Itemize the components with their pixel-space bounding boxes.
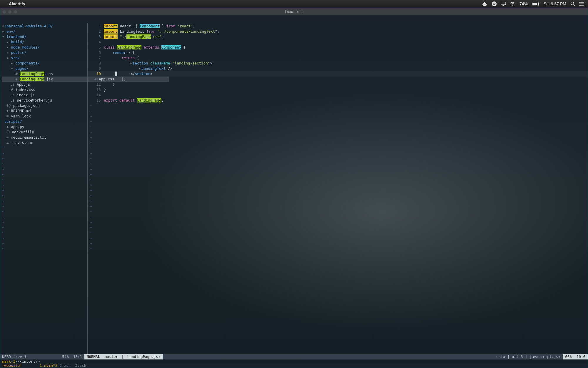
- svg-rect-0: [483, 3, 484, 4]
- tree-item[interactable]: ▸ components/: [2, 61, 86, 66]
- cmdline-search: /\<import\>: [15, 359, 40, 364]
- git-branch: master: [102, 354, 120, 359]
- tmux-statusline: [website] 1:nvim*Z 2:zsh 3:zsh- 8419/163…: [0, 364, 588, 368]
- svg-rect-2: [485, 3, 486, 4]
- cmdline-mark: mark-3: [2, 359, 15, 364]
- scroll-percent: 66%: [563, 354, 574, 359]
- menu-list-icon[interactable]: [579, 2, 584, 6]
- vim-mode: NORMAL: [84, 354, 102, 359]
- code-line[interactable]: 13}: [88, 87, 588, 92]
- tree-item[interactable]: ▸ public/: [2, 50, 86, 55]
- window-titlebar[interactable]: tmux -u a: [0, 8, 588, 15]
- svg-rect-8: [532, 3, 537, 5]
- tree-item[interactable]: ᴊs index.js: [2, 92, 86, 98]
- tree-item[interactable]: ▾ pages/: [2, 66, 86, 71]
- text-cursor: [115, 72, 117, 76]
- svg-rect-5: [501, 2, 506, 5]
- window-title: tmux -u a: [0, 10, 588, 14]
- nerdtree-percent: 54%: [62, 354, 69, 359]
- tree-item[interactable]: ✱ LandingPage.jsx: [2, 77, 86, 82]
- buffer-filename: LandingPage.jsx: [125, 354, 163, 359]
- battery-icon[interactable]: [532, 2, 539, 6]
- svg-point-6: [512, 5, 513, 6]
- tree-item[interactable]: ▸ env/: [2, 29, 86, 34]
- tree-item[interactable]: ≡ travis.enc: [2, 140, 86, 145]
- tree-item[interactable]: ≡ yarn.lock: [2, 114, 86, 119]
- tree-item[interactable]: ⎔ Dockerfile: [2, 130, 86, 135]
- spotlight-icon[interactable]: [570, 1, 575, 6]
- tree-item[interactable]: {} package.json: [2, 103, 86, 108]
- svg-point-13: [579, 5, 580, 6]
- tree-item[interactable]: ◆ app.py: [2, 124, 86, 130]
- code-line[interactable]: 2import LandingText from "../components/…: [88, 29, 588, 34]
- docker-icon[interactable]: [482, 2, 488, 6]
- code-line[interactable]: 15export default LandingPage;: [88, 98, 588, 103]
- tree-root[interactable]: </personal-website-4.0/: [2, 24, 86, 29]
- code-line[interactable]: 1import React, { Component } from 'react…: [88, 24, 588, 29]
- svg-point-11: [579, 2, 580, 3]
- code-line[interactable]: 3import "./LandingPage.css";: [88, 34, 588, 39]
- editor-statusline: NORMAL master | LandingPage.jsx unix | u…: [84, 354, 588, 359]
- tmux-window-current[interactable]: 1:nvim*Z: [40, 364, 57, 368]
- editor-pane[interactable]: 1import React, { Component } from 'react…: [88, 23, 588, 354]
- tree-item[interactable]: # index.css: [2, 87, 86, 92]
- code-line[interactable]: 5class LandingPage extends Component {: [88, 45, 588, 50]
- app-name[interactable]: Alacritty: [9, 1, 25, 6]
- terminal-window: tmux -u a </personal-website-4.0/▸ env/▾…: [0, 8, 588, 368]
- code-line[interactable]: 4: [88, 39, 588, 45]
- code-line[interactable]: 14: [88, 92, 588, 98]
- tree-item[interactable]: ▸ node_modules/: [2, 45, 86, 50]
- tree-item[interactable]: ᴊs serviceWorker.js: [2, 98, 86, 103]
- tree-item[interactable]: ≡ requirements.txt: [2, 135, 86, 140]
- vim-cmdline[interactable]: mark-3/\<import\>: [0, 359, 588, 364]
- macos-menubar: Alacritty 74% Sat 9:57 PM: [0, 0, 588, 8]
- tmux-session[interactable]: [website]: [2, 364, 22, 368]
- tree-item[interactable]: ▾ src/: [2, 55, 86, 61]
- svg-point-10: [571, 2, 574, 5]
- tree-item[interactable]: scripts/: [2, 119, 86, 124]
- wifi-icon[interactable]: [510, 2, 515, 6]
- code-line[interactable]: 8 <section className="landing-section">: [88, 61, 588, 66]
- cursor-pos: 10:6: [574, 354, 588, 359]
- code-line[interactable]: 9 <LandingText />: [88, 66, 588, 71]
- file-info: unix | utf-8 | javascript.jsx: [494, 354, 563, 359]
- tree-item[interactable]: ᴊs App.js: [2, 82, 86, 87]
- nerdtree-statusline: NERD_tree_1 54% 13:1: [0, 354, 84, 359]
- spotify-icon[interactable]: [492, 1, 497, 6]
- svg-point-12: [579, 4, 580, 4]
- code-line[interactable]: 7 return (: [88, 55, 588, 61]
- code-line[interactable]: 10 </section>: [88, 71, 588, 77]
- code-line[interactable]: 12 }: [88, 82, 588, 87]
- tree-item[interactable]: # LandingPage.css: [2, 71, 86, 77]
- nerdtree-name: NERD_tree_1: [0, 354, 28, 359]
- svg-rect-1: [484, 3, 485, 4]
- svg-rect-9: [539, 3, 539, 5]
- tree-item[interactable]: ▾ frontend/: [2, 34, 86, 39]
- svg-rect-3: [484, 2, 485, 3]
- tree-item[interactable]: ▸ build/: [2, 39, 86, 45]
- airplay-icon[interactable]: [501, 2, 506, 6]
- code-line[interactable]: 11 );: [88, 77, 588, 82]
- tree-item[interactable]: ♦ README.md: [2, 108, 86, 114]
- battery-percent: 74%: [519, 1, 528, 6]
- code-line[interactable]: 6 render() {: [88, 50, 588, 55]
- nerdtree-pane[interactable]: </personal-website-4.0/▸ env/▾ frontend/…: [0, 23, 87, 354]
- tmux-windows-other[interactable]: 2:zsh 3:zsh-: [57, 364, 88, 368]
- clock[interactable]: Sat 9:57 PM: [544, 1, 566, 6]
- nerdtree-pos: 13:1: [73, 354, 82, 359]
